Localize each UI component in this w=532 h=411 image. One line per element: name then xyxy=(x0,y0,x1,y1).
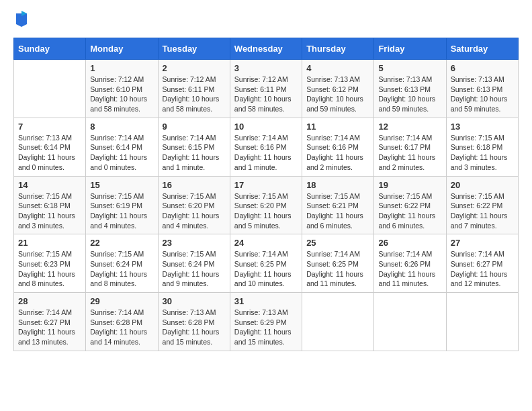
day-number: 25 xyxy=(306,238,369,248)
calendar-cell: 10Sunrise: 7:14 AM Sunset: 6:16 PM Dayli… xyxy=(230,118,302,176)
calendar-cell xyxy=(302,293,374,351)
cell-info: Sunrise: 7:14 AM Sunset: 6:16 PM Dayligh… xyxy=(306,133,369,173)
day-number: 21 xyxy=(18,238,81,248)
calendar-table: SundayMondayTuesdayWednesdayThursdayFrid… xyxy=(13,38,519,351)
day-header-wednesday: Wednesday xyxy=(230,38,302,60)
day-number: 20 xyxy=(451,180,514,190)
calendar-cell: 15Sunrise: 7:15 AM Sunset: 6:19 PM Dayli… xyxy=(86,176,158,234)
cell-info: Sunrise: 7:14 AM Sunset: 6:27 PM Dayligh… xyxy=(451,249,514,289)
calendar-week-row: 7Sunrise: 7:13 AM Sunset: 6:14 PM Daylig… xyxy=(14,118,519,176)
cell-info: Sunrise: 7:14 AM Sunset: 6:26 PM Dayligh… xyxy=(378,249,441,289)
day-header-sunday: Sunday xyxy=(14,38,86,60)
day-header-monday: Monday xyxy=(86,38,158,60)
day-number: 7 xyxy=(18,122,81,132)
page-header xyxy=(13,13,519,27)
cell-info: Sunrise: 7:15 AM Sunset: 6:24 PM Dayligh… xyxy=(90,249,153,289)
day-number: 24 xyxy=(234,238,298,248)
day-number: 19 xyxy=(378,180,441,190)
cell-info: Sunrise: 7:13 AM Sunset: 6:29 PM Dayligh… xyxy=(234,308,298,347)
day-number: 16 xyxy=(163,180,226,190)
calendar-cell xyxy=(374,293,446,351)
calendar-cell: 16Sunrise: 7:15 AM Sunset: 6:20 PM Dayli… xyxy=(158,176,230,234)
cell-info: Sunrise: 7:13 AM Sunset: 6:13 PM Dayligh… xyxy=(378,75,441,114)
cell-info: Sunrise: 7:12 AM Sunset: 6:11 PM Dayligh… xyxy=(234,75,298,114)
day-number: 8 xyxy=(90,122,153,132)
calendar-cell: 24Sunrise: 7:14 AM Sunset: 6:25 PM Dayli… xyxy=(230,234,302,293)
calendar-cell: 22Sunrise: 7:15 AM Sunset: 6:24 PM Dayli… xyxy=(86,234,158,293)
cell-info: Sunrise: 7:15 AM Sunset: 6:23 PM Dayligh… xyxy=(18,249,81,289)
cell-info: Sunrise: 7:15 AM Sunset: 6:19 PM Dayligh… xyxy=(90,191,153,231)
day-number: 18 xyxy=(306,180,369,190)
calendar-cell: 25Sunrise: 7:14 AM Sunset: 6:25 PM Dayli… xyxy=(302,234,374,293)
day-number: 9 xyxy=(163,122,226,132)
cell-info: Sunrise: 7:15 AM Sunset: 6:18 PM Dayligh… xyxy=(18,191,81,231)
day-number: 3 xyxy=(234,63,298,73)
cell-info: Sunrise: 7:15 AM Sunset: 6:24 PM Dayligh… xyxy=(163,249,226,289)
cell-info: Sunrise: 7:14 AM Sunset: 6:15 PM Dayligh… xyxy=(163,133,226,173)
calendar-cell: 9Sunrise: 7:14 AM Sunset: 6:15 PM Daylig… xyxy=(158,118,230,176)
day-number: 27 xyxy=(451,238,514,248)
calendar-cell: 12Sunrise: 7:14 AM Sunset: 6:17 PM Dayli… xyxy=(374,118,446,176)
cell-info: Sunrise: 7:15 AM Sunset: 6:18 PM Dayligh… xyxy=(451,133,514,173)
day-number: 15 xyxy=(90,180,153,190)
calendar-cell: 14Sunrise: 7:15 AM Sunset: 6:18 PM Dayli… xyxy=(14,176,86,234)
calendar-cell: 20Sunrise: 7:15 AM Sunset: 6:22 PM Dayli… xyxy=(446,176,518,234)
calendar-cell xyxy=(446,293,518,351)
cell-info: Sunrise: 7:13 AM Sunset: 6:12 PM Dayligh… xyxy=(306,75,369,114)
cell-info: Sunrise: 7:15 AM Sunset: 6:20 PM Dayligh… xyxy=(163,191,226,231)
cell-info: Sunrise: 7:13 AM Sunset: 6:13 PM Dayligh… xyxy=(451,75,514,114)
cell-info: Sunrise: 7:14 AM Sunset: 6:27 PM Dayligh… xyxy=(18,308,81,347)
cell-info: Sunrise: 7:14 AM Sunset: 6:16 PM Dayligh… xyxy=(234,133,298,173)
calendar-cell: 8Sunrise: 7:14 AM Sunset: 6:14 PM Daylig… xyxy=(86,118,158,176)
calendar-cell: 31Sunrise: 7:13 AM Sunset: 6:29 PM Dayli… xyxy=(230,293,302,351)
day-number: 30 xyxy=(163,296,226,306)
day-number: 6 xyxy=(451,63,514,73)
calendar-cell: 18Sunrise: 7:15 AM Sunset: 6:21 PM Dayli… xyxy=(302,176,374,234)
day-number: 1 xyxy=(90,63,153,73)
day-number: 17 xyxy=(234,180,298,190)
day-number: 10 xyxy=(234,122,298,132)
logo xyxy=(13,13,28,27)
calendar-cell: 4Sunrise: 7:13 AM Sunset: 6:12 PM Daylig… xyxy=(302,60,374,118)
calendar-cell: 30Sunrise: 7:13 AM Sunset: 6:28 PM Dayli… xyxy=(158,293,230,351)
calendar-cell: 29Sunrise: 7:14 AM Sunset: 6:28 PM Dayli… xyxy=(86,293,158,351)
cell-info: Sunrise: 7:14 AM Sunset: 6:28 PM Dayligh… xyxy=(90,308,153,347)
calendar-cell: 2Sunrise: 7:12 AM Sunset: 6:11 PM Daylig… xyxy=(158,60,230,118)
cell-info: Sunrise: 7:12 AM Sunset: 6:11 PM Dayligh… xyxy=(163,75,226,114)
calendar-cell: 3Sunrise: 7:12 AM Sunset: 6:11 PM Daylig… xyxy=(230,60,302,118)
cell-info: Sunrise: 7:12 AM Sunset: 6:10 PM Dayligh… xyxy=(90,75,153,114)
calendar-cell: 26Sunrise: 7:14 AM Sunset: 6:26 PM Dayli… xyxy=(374,234,446,293)
cell-info: Sunrise: 7:15 AM Sunset: 6:21 PM Dayligh… xyxy=(306,191,369,231)
day-header-saturday: Saturday xyxy=(446,38,518,60)
calendar-cell: 6Sunrise: 7:13 AM Sunset: 6:13 PM Daylig… xyxy=(446,60,518,118)
day-header-thursday: Thursday xyxy=(302,38,374,60)
cell-info: Sunrise: 7:13 AM Sunset: 6:14 PM Dayligh… xyxy=(18,133,81,173)
cell-info: Sunrise: 7:14 AM Sunset: 6:25 PM Dayligh… xyxy=(234,249,298,289)
day-number: 26 xyxy=(378,238,441,248)
calendar-cell xyxy=(14,60,86,118)
calendar-cell: 21Sunrise: 7:15 AM Sunset: 6:23 PM Dayli… xyxy=(14,234,86,293)
calendar-cell: 23Sunrise: 7:15 AM Sunset: 6:24 PM Dayli… xyxy=(158,234,230,293)
day-number: 13 xyxy=(451,122,514,132)
day-header-friday: Friday xyxy=(374,38,446,60)
calendar-cell: 13Sunrise: 7:15 AM Sunset: 6:18 PM Dayli… xyxy=(446,118,518,176)
calendar-week-row: 14Sunrise: 7:15 AM Sunset: 6:18 PM Dayli… xyxy=(14,176,519,234)
calendar-cell: 28Sunrise: 7:14 AM Sunset: 6:27 PM Dayli… xyxy=(14,293,86,351)
calendar-week-row: 1Sunrise: 7:12 AM Sunset: 6:10 PM Daylig… xyxy=(14,60,519,118)
day-number: 31 xyxy=(234,296,298,306)
calendar-cell: 19Sunrise: 7:15 AM Sunset: 6:22 PM Dayli… xyxy=(374,176,446,234)
day-number: 28 xyxy=(18,296,81,306)
day-number: 14 xyxy=(18,180,81,190)
cell-info: Sunrise: 7:15 AM Sunset: 6:22 PM Dayligh… xyxy=(451,191,514,231)
calendar-cell: 1Sunrise: 7:12 AM Sunset: 6:10 PM Daylig… xyxy=(86,60,158,118)
day-number: 2 xyxy=(163,63,226,73)
day-number: 23 xyxy=(163,238,226,248)
cell-info: Sunrise: 7:14 AM Sunset: 6:25 PM Dayligh… xyxy=(306,249,369,289)
day-number: 22 xyxy=(90,238,153,248)
calendar-week-row: 21Sunrise: 7:15 AM Sunset: 6:23 PM Dayli… xyxy=(14,234,519,293)
calendar-week-row: 28Sunrise: 7:14 AM Sunset: 6:27 PM Dayli… xyxy=(14,293,519,351)
day-number: 4 xyxy=(306,63,369,73)
day-number: 12 xyxy=(378,122,441,132)
calendar-cell: 27Sunrise: 7:14 AM Sunset: 6:27 PM Dayli… xyxy=(446,234,518,293)
day-header-tuesday: Tuesday xyxy=(158,38,230,60)
